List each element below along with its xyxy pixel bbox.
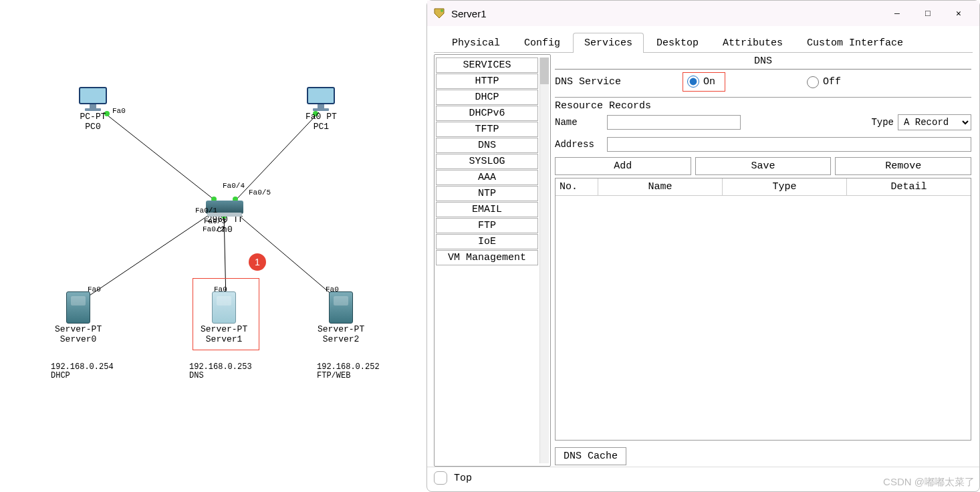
app-icon (433, 7, 446, 20)
node-pc1[interactable]: Fa0 PT PC1 (305, 87, 337, 132)
svg-point-15 (441, 9, 443, 12)
service-vm[interactable]: VM Management (436, 250, 538, 265)
node-name: Server1 (201, 335, 247, 345)
service-http[interactable]: HTTP (436, 74, 538, 89)
col-name: Name (598, 178, 723, 195)
service-syslog[interactable]: SYSLOG (436, 154, 538, 169)
titlebar[interactable]: Server1 — □ ✕ (427, 1, 979, 26)
node-server1[interactable]: Server-PT Server1 (201, 291, 247, 345)
address-input[interactable] (607, 137, 971, 152)
server-icon (66, 291, 90, 324)
panel-title: DNS (555, 55, 971, 70)
node-type: PT (326, 112, 337, 122)
tab-config[interactable]: Config (513, 33, 572, 52)
tab-attributes[interactable]: Attributes (711, 33, 794, 52)
remove-button[interactable]: Remove (835, 157, 971, 175)
tab-bar: Physical Config Services Desktop Attribu… (434, 30, 973, 53)
port-label: Fa0 (305, 112, 321, 122)
ip-label: 192.168.0.253DNS (189, 363, 252, 380)
port-label: Fa0 (88, 285, 101, 293)
port-label: Fa0/3 (204, 217, 226, 225)
col-type: Type (723, 178, 847, 195)
records-table[interactable]: No. Name Type Detail (555, 178, 971, 441)
node-type: PC-PT (79, 112, 107, 122)
name-label: Name (555, 117, 603, 128)
dns-panel: DNS 2 DNS Service On Off Resource Record… (554, 54, 973, 467)
top-checkbox[interactable] (434, 471, 447, 485)
col-no: No. (556, 178, 598, 195)
port-label: Fa0/4 (223, 182, 245, 190)
svg-line-0 (104, 112, 215, 201)
port-label: Fa0 (112, 107, 126, 115)
type-select[interactable]: A Record (898, 114, 971, 130)
tab-services[interactable]: Services (573, 33, 644, 52)
port-label: Fa0/1 (195, 207, 217, 215)
node-pc0[interactable]: PC-PT PC0 (79, 87, 107, 132)
service-email[interactable]: EMAIL (436, 202, 538, 217)
services-sidebar: SERVICES HTTP DHCP DHCPv6 TFTP DNS SYSLO… (434, 54, 551, 467)
node-type: Server-PT (201, 325, 247, 335)
server-config-window: Server1 — □ ✕ Physical Config Services D… (426, 0, 980, 492)
ip-label: 192.168.0.252FTP/WEB (317, 363, 380, 380)
port-label: Fa0/2 (203, 225, 225, 233)
tab-custom-interface[interactable]: Custom Interface (795, 33, 914, 52)
window-title: Server1 (451, 8, 487, 19)
service-tftp[interactable]: TFTP (436, 122, 538, 137)
service-aaa[interactable]: AAA (436, 170, 538, 185)
name-input[interactable] (607, 115, 741, 130)
service-dhcp[interactable]: DHCP (436, 90, 538, 105)
node-name: PC0 (79, 122, 107, 132)
close-button[interactable]: ✕ (943, 3, 974, 24)
tab-physical[interactable]: Physical (441, 33, 511, 52)
dns-off-radio[interactable]: Off (807, 76, 841, 88)
maximize-button[interactable]: □ (912, 3, 943, 24)
node-name: Server2 (318, 335, 364, 345)
add-button[interactable]: Add (555, 157, 691, 175)
col-detail: Detail (847, 178, 971, 195)
callout-1: 1 (249, 253, 266, 271)
server-icon (212, 291, 236, 324)
service-dns[interactable]: DNS (436, 138, 538, 153)
service-dhcpv6[interactable]: DHCPv6 (436, 106, 538, 121)
top-label: Top (454, 473, 472, 484)
svg-line-2 (84, 213, 213, 299)
server-icon (329, 291, 353, 324)
node-type: Server-PT (55, 325, 102, 335)
topology-canvas[interactable]: PC-PT PC0 Fa0 Fa0 PT PC1 2960 TT ch0 Fa0… (0, 0, 426, 492)
port-label: Fa0 (326, 285, 339, 293)
tab-desktop[interactable]: Desktop (645, 33, 710, 52)
service-ioe[interactable]: IoE (436, 234, 538, 249)
pc-icon (79, 87, 107, 111)
service-ntp[interactable]: NTP (436, 186, 538, 201)
node-server2[interactable]: Server-PT Server2 (318, 291, 364, 345)
save-button[interactable]: Save (695, 157, 832, 175)
minimize-button[interactable]: — (882, 3, 912, 24)
dns-service-label: DNS Service (555, 76, 679, 88)
ip-label: 192.168.0.254DHCP (51, 363, 114, 380)
dns-on-radio[interactable]: On (687, 76, 715, 88)
watermark: CSDN @嘟嘟太菜了 (883, 476, 975, 489)
dns-cache-button[interactable]: DNS Cache (555, 447, 626, 465)
port-label: Fa0 (214, 285, 227, 293)
services-header[interactable]: SERVICES (436, 57, 538, 73)
sidebar-scrollbar[interactable] (539, 57, 549, 463)
type-label: Type (871, 117, 894, 128)
node-type: Server-PT (318, 325, 364, 335)
pc-icon (307, 87, 335, 111)
service-ftp[interactable]: FTP (436, 218, 538, 233)
address-label: Address (555, 139, 603, 150)
node-name: PC1 (305, 122, 337, 132)
node-name: Server0 (55, 335, 102, 345)
rr-label: Resource Records (555, 100, 971, 112)
port-label: Fa0/5 (249, 189, 271, 197)
node-server0[interactable]: Server-PT Server0 (55, 291, 102, 345)
